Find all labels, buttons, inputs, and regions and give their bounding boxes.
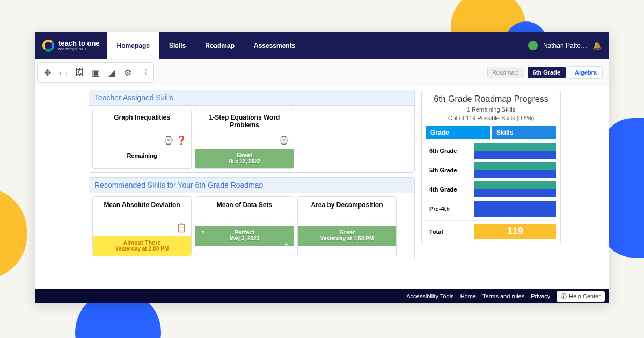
progress-remaining: 1 Remaining Skills	[426, 106, 556, 113]
card-title: 1-Step Equations Word Problems	[195, 109, 294, 135]
bell-icon[interactable]: 🔔	[592, 41, 602, 50]
footer-privacy[interactable]: Privacy	[531, 293, 550, 299]
footer-terms[interactable]: Terms and rules	[482, 293, 524, 299]
avatar[interactable]	[528, 41, 538, 50]
card-status: Remaining	[127, 152, 157, 159]
recommended-section: Recommended Skills for Your 6th Grade Ro…	[89, 177, 415, 260]
card-icons: ⌚ ❓	[93, 135, 191, 149]
roadmap-selector: Roadmap: 6th Grade Algebra	[487, 66, 607, 79]
logo[interactable]: teach to one roadmaps plus	[35, 40, 107, 52]
skill-card[interactable]: 1-Step Equations Word Problems ⌚ GreatDe…	[195, 109, 294, 169]
col-skills: Skills	[492, 126, 556, 139]
eraser-icon[interactable]: ◢	[104, 65, 119, 80]
calendar-icon: 📋	[93, 223, 191, 236]
skill-card[interactable]: Graph Inequalities ⌚ ❓ Remaining	[92, 109, 192, 169]
progress-total: Total 119	[426, 220, 556, 239]
card-title: Mean Absolute Deviation	[93, 197, 191, 223]
card-status: Almost There	[123, 239, 160, 246]
card-date: Dec 12, 2022	[197, 158, 291, 164]
brand-sub: roadmaps plus	[58, 47, 100, 52]
roadmap-6th[interactable]: 6th Grade	[528, 67, 566, 78]
gear-icon[interactable]: ⚙	[120, 65, 135, 80]
tab-homepage[interactable]: Homepage	[107, 32, 159, 59]
card-status: Great	[339, 229, 355, 236]
col-grade: Grade	[426, 126, 490, 139]
help-center-button[interactable]: ⓘ Help Center	[557, 291, 605, 302]
card-date: May 3, 2023	[197, 236, 291, 241]
presentation-icon[interactable]: ▣	[88, 65, 103, 80]
assigned-title: Teacher Assigned Skills	[89, 90, 414, 106]
logo-icon	[42, 40, 54, 52]
progress-outof: Out of 119 Possible Skills (0.8%)	[426, 115, 556, 121]
roadmap-algebra[interactable]: Algebra	[569, 66, 603, 79]
tab-roadmap[interactable]: Roadmap	[195, 32, 244, 59]
footer-home[interactable]: Home	[460, 293, 476, 299]
card-title: Mean of Data Sets	[195, 197, 294, 223]
card-title: Area by Decomposition	[298, 197, 396, 223]
tab-assessments[interactable]: Assessments	[244, 32, 305, 59]
card-date: Yesterday at 1:58 PM	[300, 236, 394, 241]
skill-card[interactable]: Area by Decomposition GreatYesterday at …	[297, 196, 397, 256]
app-window: teach to one roadmaps plus Homepage Skil…	[35, 32, 609, 303]
footer: Accessibility Tools Home Terms and rules…	[35, 289, 609, 303]
card-status: Perfect	[235, 229, 254, 236]
username[interactable]: Nathan Patte…	[543, 42, 587, 49]
recommended-title: Recommended Skills for Your 6th Grade Ro…	[89, 178, 414, 193]
card-date: Yesterday at 2:00 PM	[95, 246, 189, 252]
footer-accessibility[interactable]: Accessibility Tools	[406, 293, 453, 299]
book-icon[interactable]: ▭	[56, 65, 71, 80]
progress-row[interactable]: 6th Grade	[426, 143, 556, 159]
navbar: teach to one roadmaps plus Homepage Skil…	[35, 32, 609, 59]
tab-skills[interactable]: Skills	[159, 32, 195, 59]
total-value: 119	[474, 224, 556, 239]
card-title: Graph Inequalities	[93, 109, 191, 135]
assigned-section: Teacher Assigned Skills Graph Inequaliti…	[89, 90, 415, 173]
progress-title: 6th Grade Roadmap Progress	[426, 94, 556, 104]
chevron-left-icon[interactable]: 〈	[136, 65, 151, 80]
roadmap-label: Roadmap:	[487, 67, 524, 78]
skill-card[interactable]: Mean Absolute Deviation 📋 Almost ThereYe…	[92, 196, 192, 256]
card-status: Great	[237, 152, 252, 158]
card-icons: ⌚	[195, 135, 294, 149]
progress-row[interactable]: 5th Grade	[426, 162, 556, 178]
progress-row[interactable]: Pre-4th	[426, 201, 556, 217]
brand-name: teach to one	[58, 40, 100, 47]
toolbar-row: ✥ ▭ 🖼 ▣ ◢ ⚙ 〈 Roadmap: 6th Grade Algebra	[35, 59, 609, 86]
progress-row[interactable]: 4th Grade	[426, 181, 556, 197]
move-icon[interactable]: ✥	[40, 65, 55, 80]
skill-card[interactable]: Mean of Data Sets PerfectMay 3, 2023	[195, 196, 294, 256]
image-icon[interactable]: 🖼	[72, 65, 87, 80]
toolbar: ✥ ▭ 🖼 ▣ ◢ ⚙ 〈	[37, 62, 154, 83]
progress-panel: 6th Grade Roadmap Progress 1 Remaining S…	[421, 90, 561, 244]
